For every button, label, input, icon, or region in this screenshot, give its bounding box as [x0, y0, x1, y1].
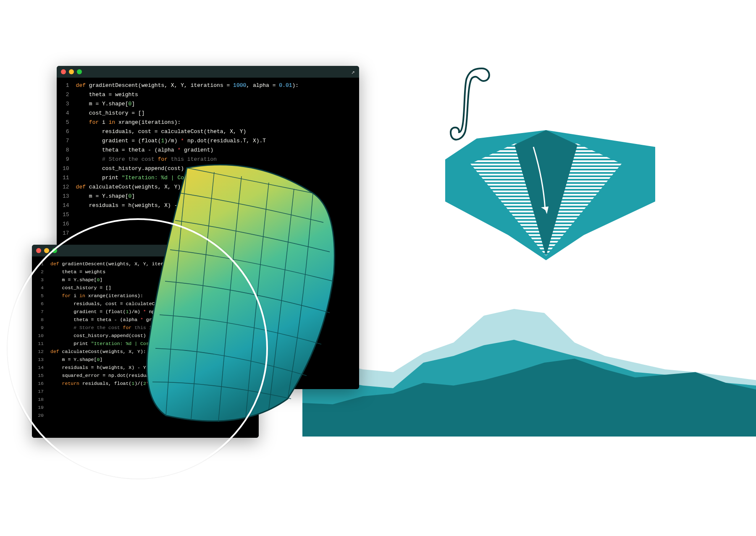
gradient-descent-valley — [445, 130, 655, 269]
titlebar: ↗ — [57, 66, 359, 78]
titlebar — [32, 245, 259, 256]
code-content[interactable]: def gradientDescent(weights, X, Y, itera… — [46, 256, 259, 438]
window-controls — [36, 248, 57, 253]
expand-icon[interactable]: ↗ — [352, 68, 355, 76]
area-series-mid — [302, 340, 756, 437]
maximize-icon[interactable] — [52, 248, 57, 253]
window-controls — [61, 69, 82, 74]
area-series-front — [302, 358, 756, 437]
close-icon[interactable] — [36, 248, 41, 253]
code-editor-magnified: 1234567891011121314151617181920 def grad… — [32, 245, 259, 438]
close-icon[interactable] — [61, 69, 66, 74]
integral-symbol-icon — [447, 65, 494, 145]
minimize-icon[interactable] — [44, 248, 49, 253]
code-area[interactable]: 1234567891011121314151617181920 def grad… — [32, 256, 259, 438]
minimize-icon[interactable] — [69, 69, 74, 74]
area-chart — [302, 302, 756, 437]
line-number-gutter: 1234567891011121314151617181920 — [32, 256, 46, 438]
area-series-back — [302, 309, 756, 437]
maximize-icon[interactable] — [77, 69, 82, 74]
